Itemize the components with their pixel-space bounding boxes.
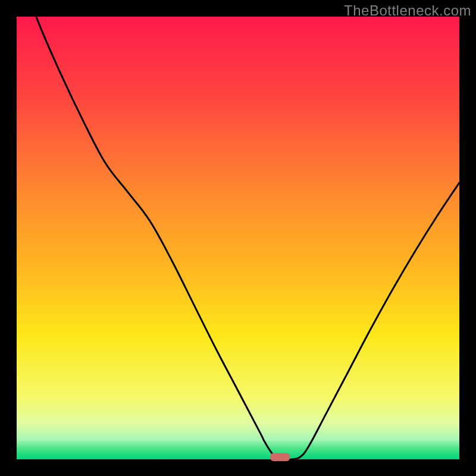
optimum-marker	[270, 453, 290, 461]
watermark-text: TheBottleneck.com	[344, 2, 471, 19]
svg-rect-1	[17, 17, 459, 459]
chart-frame: TheBottleneck.com	[0, 0, 476, 476]
bottleneck-plot	[0, 0, 476, 476]
